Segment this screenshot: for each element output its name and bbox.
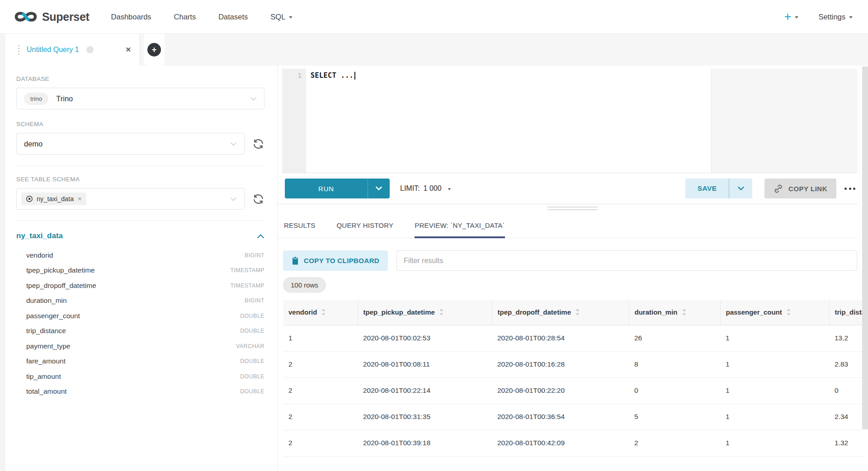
table-cell: 2 [283,430,358,456]
schema-column-type: DOUBLE [240,328,264,334]
schema-column-name: total_amount [26,387,67,396]
refresh-icon [252,138,264,150]
table-row: 22020-08-01T00:08:112020-08-01T00:16:288… [283,351,868,377]
run-split-button: RUN [285,179,390,198]
chevron-down-icon [737,186,745,191]
schema-column-type: DOUBLE [240,388,264,395]
table-column-header[interactable]: passenger_count [720,300,829,325]
table-cell: 2020-08-01T00:08:11 [358,351,492,377]
schema-column-name: tpep_pickup_datetime [26,266,95,274]
table-row: 22020-08-01T00:22:142020-08-01T00:22:200… [283,377,868,404]
chevron-up-icon[interactable] [257,234,264,239]
schema-column-row: tpep_pickup_datetime TIMESTAMP [16,263,264,278]
results-tab-2[interactable]: PREVIEW: `NY_TAXI_DATA` [415,212,505,238]
table-cell: 2020-08-01T00:02:53 [358,325,492,351]
query-tab-label: Untitled Query 1 [27,46,79,54]
limit-label: LIMIT: [400,184,420,193]
new-item-button[interactable]: + [784,11,799,23]
more-actions-button[interactable] [843,183,857,194]
table-cell: 2 [283,377,358,404]
drag-handle-icon[interactable] [18,45,19,55]
table-cell: 1 [720,404,829,430]
selected-table-tag: ny_taxi_data ✕ [21,193,86,205]
schema-label: SCHEMA [16,121,264,127]
add-tab-button[interactable]: + [147,43,161,57]
sort-icon [787,309,791,316]
table-row: 22020-08-01T00:31:352020-08-01T00:36:545… [283,404,868,430]
refresh-tables-button[interactable] [252,193,264,205]
print-margin [711,69,857,173]
copy-to-clipboard-button[interactable]: COPY TO CLIPBOARD [283,250,388,271]
line-number: 1 [298,72,302,79]
sql-code-editor[interactable]: 1 SELECT ... [282,69,857,173]
table-cell: 2020-08-01T00:42:09 [492,430,629,456]
sql-lab-main: DATABASE trino Trino SCHEMA demo SEE TAB… [5,66,868,471]
superset-infinity-icon [14,10,38,24]
nav-sql-menu[interactable]: SQL [270,13,292,21]
nav-charts[interactable]: Charts [174,13,196,21]
nav-datasets[interactable]: Datasets [218,13,248,21]
results-tab-1[interactable]: QUERY HISTORY [336,212,393,238]
database-select[interactable]: trino Trino [16,88,264,109]
pane-splitter[interactable] [278,204,868,212]
sort-icon [439,309,443,316]
table-column-header[interactable]: tpep_pickup_datetime [358,300,492,325]
schema-column-type: DOUBLE [240,373,264,380]
database-type-badge: trino [24,93,48,105]
results-tab-0[interactable]: RESULTS [284,212,315,238]
tab-untitled-query[interactable]: Untitled Query 1 ✕ [5,34,140,66]
copy-link-button[interactable]: COPY LINK [764,179,836,198]
schema-column-row: tpep_dropoff_datetime TIMESTAMP [16,278,264,293]
schema-column-name: tpep_dropoff_datetime [26,282,96,290]
run-query-button[interactable]: RUN [285,179,368,198]
schema-column-name: vendorid [26,251,53,259]
sort-icon [321,309,326,316]
refresh-schemas-button[interactable] [252,138,264,150]
editor-code-area[interactable]: SELECT ... [306,69,857,173]
schema-column-row: passenger_count DOUBLE [16,308,264,324]
nav-dashboards[interactable]: Dashboards [111,13,151,21]
table-cell: 26 [629,325,720,351]
results-tabbar: RESULTS QUERY HISTORY PREVIEW: `NY_TAXI_… [278,212,857,238]
add-tab-area: + [144,34,165,66]
editor-toolbar: RUN LIMIT: 1 000 SAVE [278,173,857,204]
superset-logo[interactable]: Superset [14,10,90,24]
settings-menu[interactable]: Settings [818,13,853,21]
table-cell: 2020-08-01T00:28:54 [492,325,629,351]
main-nav: Dashboards Charts Datasets SQL [111,13,293,21]
table-column-header[interactable]: vendorid [283,300,358,325]
schema-column-row: duration_min BIGINT [16,293,264,309]
table-column-header[interactable]: duration_min [629,300,720,325]
sort-icon [576,309,580,316]
table-cell: 1 [720,325,829,351]
table-select[interactable]: ny_taxi_data ✕ [16,188,245,210]
column-header-label: tpep_dropoff_datetime [498,308,571,316]
schema-column-name: fare_amount [26,357,66,365]
results-table: vendorid tpep_pickup_datetime tpep_dropo… [283,300,868,457]
clipboard-icon [292,256,299,265]
table-cell: 1 [720,351,829,377]
filter-results-input[interactable] [396,250,857,271]
chevron-down-icon [849,16,853,19]
table-cell: 8 [629,351,720,377]
results-tab-label: QUERY HISTORY [336,221,393,229]
table-column-header[interactable]: tpep_dropoff_datetime [492,300,629,325]
sql-code-text: SELECT ... [311,71,354,80]
plus-icon: + [784,11,792,23]
query-status-dot [86,46,94,53]
limit-dropdown[interactable]: LIMIT: 1 000 [400,184,451,193]
chevron-down-icon [289,16,292,19]
scrollbar-thumb[interactable] [862,66,868,429]
table-columns-list: vendorid BIGINT tpep_pickup_datetime TIM… [16,248,264,399]
schema-column-type: VARCHAR [236,343,264,349]
close-tab-icon[interactable]: ✕ [125,46,131,54]
divider [16,220,264,221]
schema-select[interactable]: demo [16,133,245,155]
remove-table-icon[interactable]: ✕ [77,196,82,202]
save-query-button[interactable]: SAVE [685,179,729,198]
save-options-button[interactable] [729,179,752,198]
schema-column-row: trip_distance DOUBLE [16,324,264,339]
page-scrollbar[interactable] [862,66,868,471]
table-schema-heading[interactable]: ny_taxi_data [16,231,63,240]
run-options-button[interactable] [368,179,390,198]
